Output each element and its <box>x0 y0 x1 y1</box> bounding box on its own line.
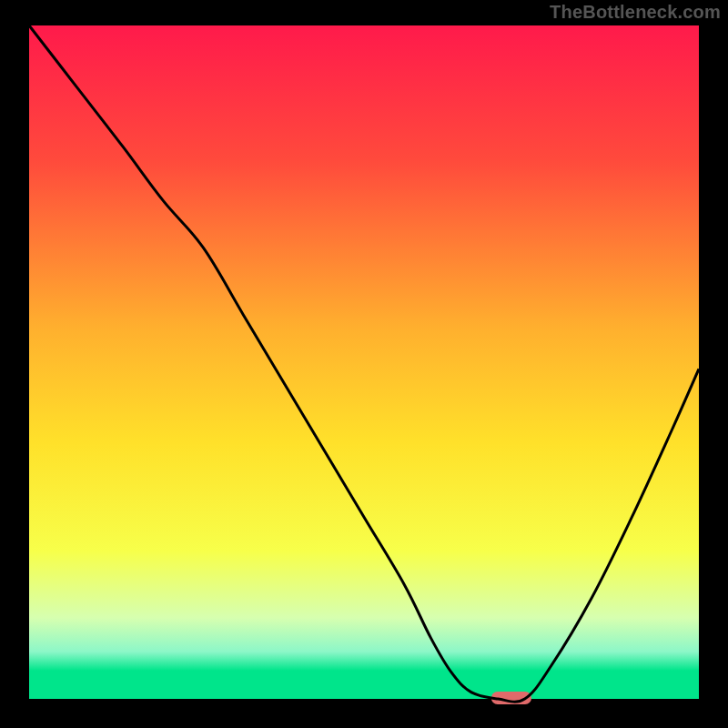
chart-frame: TheBottleneck.com <box>0 0 728 728</box>
bottleneck-chart <box>0 0 728 728</box>
gradient-background <box>29 25 699 699</box>
